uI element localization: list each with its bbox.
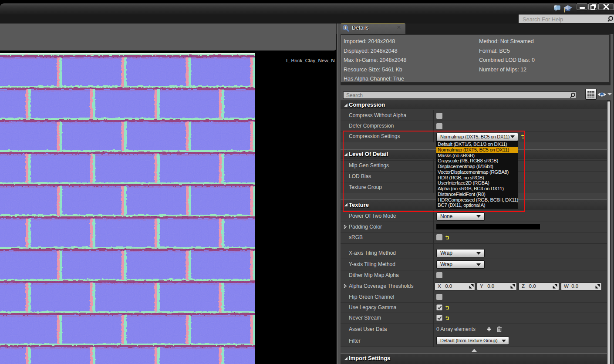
svg-text:i: i [345,26,346,30]
